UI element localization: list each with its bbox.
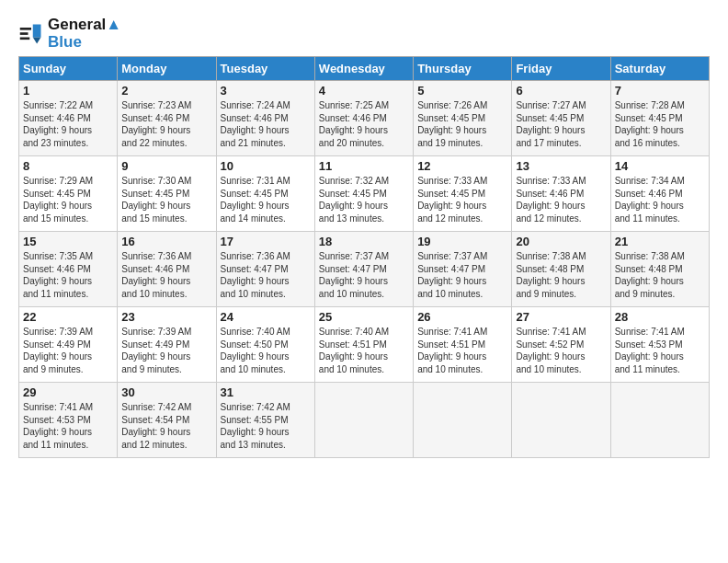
day-info: Sunrise: 7:37 AM Sunset: 4:47 PM Dayligh… [319,250,409,300]
day-info: Sunrise: 7:41 AM Sunset: 4:51 PM Dayligh… [417,326,507,375]
day-number: 30 [121,385,211,399]
day-number: 6 [516,84,606,98]
day-number: 26 [417,310,507,324]
day-cell: 5Sunrise: 7:26 AM Sunset: 4:45 PM Daylig… [414,81,512,156]
day-cell: 12Sunrise: 7:33 AM Sunset: 4:45 PM Dayli… [414,156,512,232]
day-cell: 21Sunrise: 7:38 AM Sunset: 4:48 PM Dayli… [610,232,709,307]
day-cell: 18Sunrise: 7:37 AM Sunset: 4:47 PM Dayli… [314,232,413,307]
day-cell: 8Sunrise: 7:29 AM Sunset: 4:45 PM Daylig… [19,156,118,232]
day-info: Sunrise: 7:42 AM Sunset: 4:55 PM Dayligh… [221,401,311,451]
svg-rect-5 [20,37,30,40]
day-info: Sunrise: 7:38 AM Sunset: 4:48 PM Dayligh… [516,250,606,300]
day-info: Sunrise: 7:40 AM Sunset: 4:51 PM Dayligh… [319,326,409,375]
week-row-4: 22Sunrise: 7:39 AM Sunset: 4:49 PM Dayli… [19,307,710,383]
day-cell: 9Sunrise: 7:30 AM Sunset: 4:45 PM Daylig… [118,156,216,232]
day-number: 17 [221,235,311,248]
day-cell: 4Sunrise: 7:25 AM Sunset: 4:46 PM Daylig… [314,81,413,156]
day-cell: 16Sunrise: 7:36 AM Sunset: 4:46 PM Dayli… [118,232,216,307]
day-cell [314,383,413,458]
day-cell: 6Sunrise: 7:27 AM Sunset: 4:45 PM Daylig… [512,81,610,156]
day-cell: 24Sunrise: 7:40 AM Sunset: 4:50 PM Dayli… [216,307,314,383]
day-number: 3 [221,84,311,98]
day-cell: 3Sunrise: 7:24 AM Sunset: 4:46 PM Daylig… [216,81,314,156]
day-number: 29 [23,385,113,399]
day-info: Sunrise: 7:33 AM Sunset: 4:46 PM Dayligh… [516,175,606,224]
day-info: Sunrise: 7:28 AM Sunset: 4:45 PM Dayligh… [615,99,705,149]
day-cell: 7Sunrise: 7:28 AM Sunset: 4:45 PM Daylig… [610,81,709,156]
day-info: Sunrise: 7:35 AM Sunset: 4:46 PM Dayligh… [23,250,113,300]
day-cell [512,383,610,458]
day-cell: 1Sunrise: 7:22 AM Sunset: 4:46 PM Daylig… [19,81,118,156]
week-row-3: 15Sunrise: 7:35 AM Sunset: 4:46 PM Dayli… [19,232,710,307]
day-info: Sunrise: 7:23 AM Sunset: 4:46 PM Dayligh… [121,99,211,149]
day-info: Sunrise: 7:34 AM Sunset: 4:46 PM Dayligh… [615,175,705,224]
day-number: 11 [319,159,409,173]
day-cell: 27Sunrise: 7:41 AM Sunset: 4:52 PM Dayli… [512,307,610,383]
day-info: Sunrise: 7:36 AM Sunset: 4:46 PM Dayligh… [121,250,211,300]
day-number: 25 [319,310,409,324]
header: General▲ Blue [18,17,710,51]
day-number: 31 [221,385,311,399]
day-header-friday: Friday [512,57,610,81]
day-number: 28 [615,310,705,324]
day-cell [610,383,709,458]
day-header-tuesday: Tuesday [216,57,314,81]
day-cell: 17Sunrise: 7:36 AM Sunset: 4:47 PM Dayli… [216,232,314,307]
svg-rect-3 [20,28,31,30]
day-cell: 13Sunrise: 7:33 AM Sunset: 4:46 PM Dayli… [512,156,610,232]
day-cell: 2Sunrise: 7:23 AM Sunset: 4:46 PM Daylig… [118,81,216,156]
day-number: 10 [221,159,311,173]
day-cell: 28Sunrise: 7:41 AM Sunset: 4:53 PM Dayli… [610,307,709,383]
day-info: Sunrise: 7:38 AM Sunset: 4:48 PM Dayligh… [615,250,705,300]
day-header-sunday: Sunday [19,57,118,81]
week-row-5: 29Sunrise: 7:41 AM Sunset: 4:53 PM Dayli… [19,383,710,458]
day-info: Sunrise: 7:30 AM Sunset: 4:45 PM Dayligh… [121,175,211,224]
day-number: 9 [121,159,211,173]
calendar-header-row: SundayMondayTuesdayWednesdayThursdayFrid… [19,57,710,81]
day-header-thursday: Thursday [414,57,512,81]
day-cell: 30Sunrise: 7:42 AM Sunset: 4:54 PM Dayli… [118,383,216,458]
day-cell: 10Sunrise: 7:31 AM Sunset: 4:45 PM Dayli… [216,156,314,232]
svg-marker-1 [33,24,41,37]
day-info: Sunrise: 7:42 AM Sunset: 4:54 PM Dayligh… [121,401,211,451]
day-number: 15 [23,235,113,248]
day-header-monday: Monday [118,57,216,81]
day-info: Sunrise: 7:24 AM Sunset: 4:46 PM Dayligh… [221,99,311,149]
day-info: Sunrise: 7:33 AM Sunset: 4:45 PM Dayligh… [417,175,507,224]
logo-text: General▲ Blue [48,17,121,51]
day-number: 5 [417,84,507,98]
day-number: 7 [615,84,705,98]
day-number: 22 [23,310,113,324]
day-info: Sunrise: 7:41 AM Sunset: 4:53 PM Dayligh… [615,326,705,375]
day-info: Sunrise: 7:41 AM Sunset: 4:52 PM Dayligh… [516,326,606,375]
day-info: Sunrise: 7:37 AM Sunset: 4:47 PM Dayligh… [417,250,507,300]
day-number: 19 [417,235,507,248]
day-number: 18 [319,235,409,248]
day-info: Sunrise: 7:27 AM Sunset: 4:45 PM Dayligh… [516,99,606,149]
day-cell: 11Sunrise: 7:32 AM Sunset: 4:45 PM Dayli… [314,156,413,232]
day-info: Sunrise: 7:32 AM Sunset: 4:45 PM Dayligh… [319,175,409,224]
day-number: 12 [417,159,507,173]
calendar-body: 1Sunrise: 7:22 AM Sunset: 4:46 PM Daylig… [19,81,710,458]
svg-rect-4 [20,32,28,35]
day-number: 23 [121,310,211,324]
day-info: Sunrise: 7:22 AM Sunset: 4:46 PM Dayligh… [23,99,113,149]
day-info: Sunrise: 7:31 AM Sunset: 4:45 PM Dayligh… [221,175,311,224]
logo: General▲ Blue [18,17,121,51]
day-number: 27 [516,310,606,324]
day-info: Sunrise: 7:25 AM Sunset: 4:46 PM Dayligh… [319,99,409,149]
day-cell: 20Sunrise: 7:38 AM Sunset: 4:48 PM Dayli… [512,232,610,307]
day-info: Sunrise: 7:26 AM Sunset: 4:45 PM Dayligh… [417,99,507,149]
day-number: 4 [319,84,409,98]
day-number: 24 [221,310,311,324]
week-row-1: 1Sunrise: 7:22 AM Sunset: 4:46 PM Daylig… [19,81,710,156]
day-cell: 26Sunrise: 7:41 AM Sunset: 4:51 PM Dayli… [414,307,512,383]
day-cell: 25Sunrise: 7:40 AM Sunset: 4:51 PM Dayli… [314,307,413,383]
day-cell: 19Sunrise: 7:37 AM Sunset: 4:47 PM Dayli… [414,232,512,307]
day-number: 20 [516,235,606,248]
day-header-wednesday: Wednesday [314,57,413,81]
day-cell: 23Sunrise: 7:39 AM Sunset: 4:49 PM Dayli… [118,307,216,383]
day-number: 1 [23,84,113,98]
week-row-2: 8Sunrise: 7:29 AM Sunset: 4:45 PM Daylig… [19,156,710,232]
day-number: 16 [121,235,211,248]
